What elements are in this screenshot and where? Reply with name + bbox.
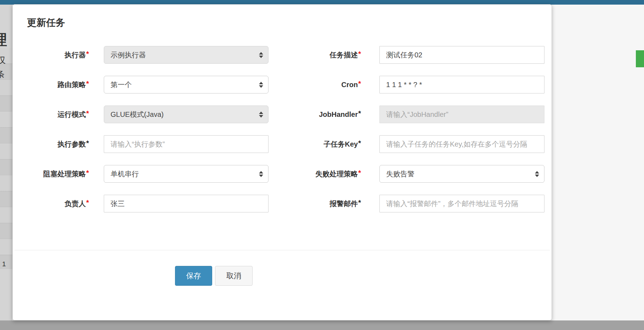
form-row: 阻塞处理策略* 单机串行 失败处理策略* 失败告警 bbox=[13, 165, 552, 183]
background-page-bottom-edge bbox=[0, 320, 644, 330]
route-strategy-select[interactable]: 第一个 bbox=[104, 76, 269, 93]
label-asterisk: * bbox=[358, 139, 361, 147]
background-text-fragment: 仅 bbox=[0, 54, 6, 66]
required-asterisk: * bbox=[358, 80, 361, 87]
author-label: 负责人* bbox=[13, 195, 104, 212]
required-asterisk: * bbox=[358, 169, 361, 177]
update-job-form: 执行器* 示例执行器 任务描述* 路由策略* 第一个 Cron* 运行模式* G… bbox=[13, 46, 552, 286]
child-jobkey-input[interactable] bbox=[379, 135, 544, 153]
executor-select: 示例执行器 bbox=[104, 46, 269, 64]
select-arrows-icon bbox=[535, 171, 539, 177]
label-asterisk: * bbox=[86, 139, 89, 147]
label-asterisk: * bbox=[358, 199, 361, 206]
block-strategy-label: 阻塞处理策略* bbox=[13, 165, 104, 183]
fail-strategy-select[interactable]: 失败告警 bbox=[379, 165, 544, 183]
select-arrows-icon bbox=[259, 52, 263, 58]
alarm-email-input[interactable] bbox=[379, 195, 544, 212]
alarm-email-label: 报警邮件* bbox=[269, 195, 379, 212]
executor-param-input[interactable] bbox=[104, 135, 269, 153]
cancel-button[interactable]: 取消 bbox=[215, 266, 253, 286]
modal-title: 更新任务 bbox=[27, 16, 552, 29]
form-divider bbox=[15, 250, 550, 250]
executor-param-label: 执行参数* bbox=[13, 135, 104, 153]
cron-label: Cron* bbox=[269, 76, 379, 93]
select-arrows-icon bbox=[259, 82, 263, 88]
author-input[interactable] bbox=[104, 195, 269, 212]
cron-input[interactable] bbox=[379, 76, 544, 93]
fail-strategy-label: 失败处理策略* bbox=[269, 165, 379, 183]
background-page-left-edge: 理 仅 条 1 bbox=[0, 5, 12, 320]
form-row: 路由策略* 第一个 Cron* bbox=[13, 76, 552, 93]
background-table-rows bbox=[0, 48, 12, 269]
form-row: 执行器* 示例执行器 任务描述* bbox=[13, 46, 552, 64]
block-strategy-select[interactable]: 单机串行 bbox=[104, 165, 269, 183]
executor-label: 执行器* bbox=[13, 46, 104, 64]
glue-type-select: GLUE模式(Java) bbox=[104, 106, 269, 123]
job-desc-label: 任务描述* bbox=[269, 46, 379, 64]
required-asterisk: * bbox=[86, 109, 89, 117]
select-arrows-icon bbox=[259, 171, 263, 177]
required-asterisk: * bbox=[86, 169, 89, 177]
jobhandler-label: JobHandler* bbox=[269, 106, 379, 123]
required-asterisk: * bbox=[86, 199, 89, 206]
form-row: 运行模式* GLUE模式(Java) JobHandler* bbox=[13, 106, 552, 123]
label-asterisk: * bbox=[358, 109, 361, 117]
background-page-right-edge bbox=[552, 5, 644, 320]
save-button[interactable]: 保存 bbox=[175, 266, 212, 286]
route-strategy-label: 路由策略* bbox=[13, 76, 104, 93]
background-title-fragment: 理 bbox=[0, 30, 7, 50]
required-asterisk: * bbox=[86, 50, 89, 58]
glue-type-label: 运行模式* bbox=[13, 106, 104, 123]
modal-footer-buttons: 保存 取消 bbox=[175, 266, 552, 286]
update-job-modal: 更新任务 执行器* 示例执行器 任务描述* 路由策略* 第一个 Cron* 运行… bbox=[12, 4, 552, 320]
child-jobkey-label: 子任务Key* bbox=[269, 135, 379, 153]
form-row: 负责人* 报警邮件* bbox=[13, 195, 552, 212]
select-arrows-icon bbox=[259, 112, 263, 118]
required-asterisk: * bbox=[86, 80, 89, 87]
required-asterisk: * bbox=[358, 50, 361, 58]
background-text-fragment: 条 bbox=[0, 68, 5, 80]
job-desc-input[interactable] bbox=[379, 46, 544, 64]
background-page-number-fragment: 1 bbox=[2, 260, 6, 268]
background-green-button-fragment bbox=[636, 50, 644, 67]
jobhandler-input bbox=[379, 106, 544, 123]
form-row: 执行参数* 子任务Key* bbox=[13, 135, 552, 153]
